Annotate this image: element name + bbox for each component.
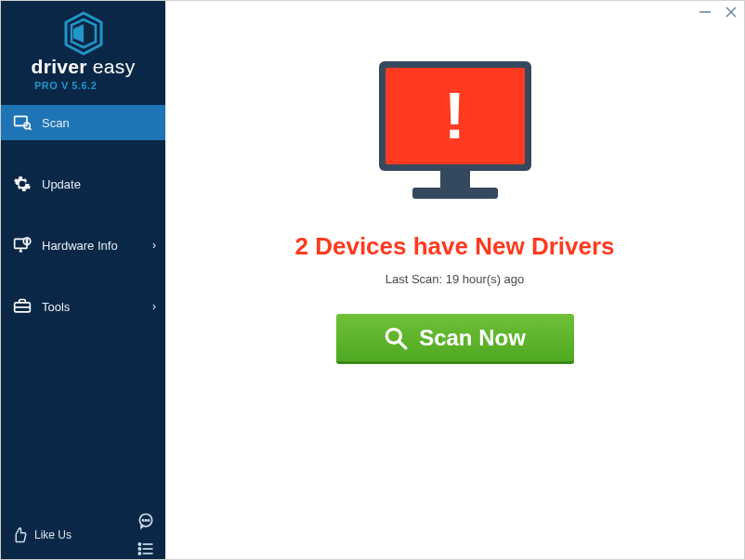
svg-text:!: ! — [26, 239, 28, 244]
search-icon — [384, 326, 408, 350]
sidebar-item-label: Scan — [42, 116, 70, 130]
feedback-icon[interactable] — [136, 511, 156, 531]
sidebar-bottom: Like Us — [1, 511, 165, 559]
sidebar-item-label: Tools — [42, 300, 70, 314]
sidebar-item-label: Update — [42, 177, 81, 191]
svg-point-21 — [138, 553, 140, 554]
main-panel: ! 2 Devices have New Drivers Last Scan: … — [165, 1, 744, 559]
sidebar-item-tools[interactable]: Tools › — [1, 289, 165, 324]
logo-icon — [62, 11, 105, 56]
hardware-info-icon: ! — [12, 235, 33, 255]
version-label: PRO V 5.6.2 — [34, 80, 97, 91]
tools-icon — [12, 296, 33, 317]
sidebar: driver easy PRO V 5.6.2 Scan — [1, 1, 165, 559]
scan-icon — [12, 112, 33, 133]
svg-line-5 — [30, 128, 32, 130]
sidebar-item-label: Hardware Info — [42, 239, 118, 253]
svg-point-14 — [142, 520, 143, 521]
scan-button-label: Scan Now — [419, 325, 526, 351]
svg-point-16 — [148, 520, 149, 521]
sidebar-item-update[interactable]: Update — [1, 166, 165, 202]
monitor-illustration: ! — [379, 61, 531, 210]
svg-point-19 — [138, 548, 140, 550]
like-us-button[interactable]: Like Us — [10, 526, 72, 544]
scan-now-button[interactable]: Scan Now — [336, 314, 574, 364]
svg-line-27 — [399, 341, 406, 347]
svg-marker-2 — [73, 24, 84, 43]
sidebar-item-scan[interactable]: Scan — [1, 105, 165, 140]
headline-text: 2 Devices have New Drivers — [295, 232, 615, 261]
chevron-right-icon: › — [152, 300, 156, 313]
sidebar-item-hardware-info[interactable]: ! Hardware Info › — [1, 228, 165, 263]
brand-text: driver easy — [32, 56, 136, 78]
svg-point-17 — [138, 543, 140, 545]
menu-icon[interactable] — [136, 539, 156, 559]
gear-icon — [12, 174, 33, 194]
nav-list: Scan Update ! Hardware — [1, 105, 165, 324]
svg-point-15 — [145, 520, 146, 521]
last-scan-text: Last Scan: 19 hour(s) ago — [386, 272, 525, 286]
app-window: driver easy PRO V 5.6.2 Scan — [0, 0, 745, 560]
chevron-right-icon: › — [152, 239, 156, 252]
like-us-label: Like Us — [34, 528, 72, 541]
alert-icon: ! — [444, 84, 465, 149]
logo-area: driver easy PRO V 5.6.2 — [1, 1, 165, 101]
thumbs-up-icon — [10, 526, 29, 544]
